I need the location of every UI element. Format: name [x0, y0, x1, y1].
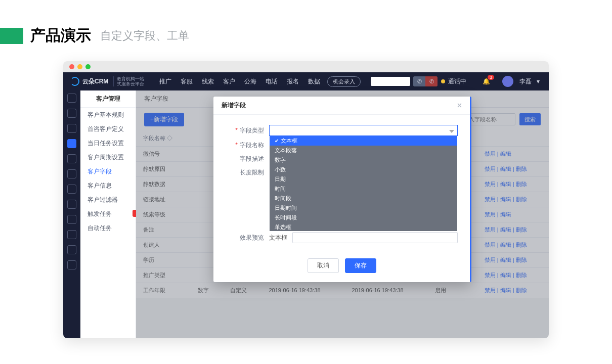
record-button[interactable]: 机会录入 [327, 76, 361, 87]
type-option[interactable]: 数字 [270, 155, 457, 165]
avatar[interactable] [502, 76, 513, 87]
sidebar-item[interactable]: 首咨客户定义 [80, 122, 136, 136]
rail-item-8[interactable] [67, 200, 76, 209]
label-desc: 字段描述 [226, 155, 269, 163]
window-titlebar [63, 61, 549, 72]
preview-type: 文本框 [269, 234, 292, 242]
type-option[interactable]: 日期 [270, 174, 457, 184]
rail-item-customer[interactable] [67, 139, 76, 148]
nav-数据[interactable]: 数据 [308, 77, 320, 86]
cloud-icon [70, 77, 79, 86]
status-dot [441, 79, 445, 83]
close-dot[interactable] [69, 64, 74, 69]
max-dot[interactable] [85, 64, 91, 69]
sidebar-item[interactable]: 客户字段 [80, 164, 136, 178]
top-search[interactable] [371, 77, 410, 86]
type-option[interactable]: 单选框 [270, 222, 457, 231]
save-button[interactable]: 保存 [345, 258, 376, 273]
nav-线索[interactable]: 线索 [202, 77, 214, 86]
rail-item-3[interactable] [67, 124, 76, 133]
modal-title: 新增字段 [222, 101, 246, 110]
type-option[interactable]: 时间段 [270, 194, 457, 203]
user-name: 李磊 [519, 77, 532, 86]
min-dot[interactable] [77, 64, 82, 69]
brand-name: 云朵CRM [82, 77, 108, 86]
sidebar-group: 客户管理 [80, 90, 136, 108]
type-option[interactable]: 文本框 [270, 136, 457, 146]
nav-客户[interactable]: 客户 [223, 77, 235, 86]
call-status: 通话中 [448, 77, 466, 86]
rail-item-1[interactable] [67, 94, 76, 103]
type-option[interactable]: 日期时间 [270, 203, 457, 213]
nav-推广[interactable]: 推广 [159, 77, 171, 86]
modal-overlay: 新增字段 × 字段类型 文本框文本段落数字小数日期时间时间段日期时间长时间段单选… [136, 90, 549, 338]
nav-报名[interactable]: 报名 [287, 77, 299, 86]
rail-item-9[interactable] [67, 215, 76, 224]
label-preview: 效果预览 [226, 234, 269, 242]
sidebar-item[interactable]: 当日任务设置 [80, 136, 136, 150]
sidebar-item[interactable]: 客户过滤器 [80, 193, 136, 207]
label-type: 字段类型 [226, 126, 269, 135]
rail-item-10[interactable] [67, 230, 76, 239]
sidebar-item[interactable]: 客户周期设置 [80, 150, 136, 164]
notif-badge: 3 [488, 75, 494, 80]
type-option[interactable]: 小数 [270, 165, 457, 174]
call-controls: ✆ ✆ [413, 76, 438, 86]
type-option[interactable]: 文本段落 [270, 146, 457, 155]
sidebar-item[interactable]: 触发任务 [80, 207, 136, 221]
app-topbar: 云朵CRM 教育机构一站式服务云平台 推广客服线索客户公海电话报名数据 机会录入… [63, 72, 549, 90]
chevron-down-icon[interactable]: ▾ [537, 78, 540, 85]
preview-input[interactable] [292, 232, 458, 243]
slide-subtitle: 自定义字段、工单 [100, 28, 189, 43]
nav-客服[interactable]: 客服 [181, 77, 193, 86]
label-limit: 长度限制 [226, 168, 269, 177]
type-option[interactable]: 时间 [270, 184, 457, 194]
rail-item-5[interactable] [67, 154, 76, 163]
type-option[interactable]: 长时间段 [270, 213, 457, 222]
close-icon[interactable]: × [457, 101, 462, 110]
rail-item-12[interactable] [67, 260, 76, 269]
nav-电话[interactable]: 电话 [266, 77, 278, 86]
phone-icon[interactable]: ✆ [413, 76, 425, 86]
sidebar-item[interactable]: 客户信息 [80, 178, 136, 193]
main-area: 客户字段 +新增字段 搜索 字段名称 ◇ 微信号禁用 | 编辑静默原因禁用 | … [136, 90, 549, 338]
rail-item-2[interactable] [67, 109, 76, 118]
sidebar-item[interactable]: 自动任务 [80, 221, 136, 235]
type-dropdown[interactable]: 文本框文本段落数字小数日期时间时间段日期时间长时间段单选框复选框下拉菜单级联菜单… [270, 136, 457, 231]
hangup-icon[interactable]: ✆ [425, 76, 438, 86]
brand-tagline: 教育机构一站式服务云平台 [113, 76, 144, 86]
field-type-select[interactable]: 文本框文本段落数字小数日期时间时间段日期时间长时间段单选框复选框下拉菜单级联菜单… [269, 125, 458, 136]
label-name: 字段名称 [226, 141, 269, 150]
rail-item-11[interactable] [67, 245, 76, 254]
sub-sidebar: 客户管理 客户基本规则首咨客户定义当日任务设置客户周期设置客户字段客户信息客户过… [80, 90, 136, 338]
add-field-modal: 新增字段 × 字段类型 文本框文本段落数字小数日期时间时间段日期时间长时间段单选… [213, 97, 471, 282]
rail-item-6[interactable] [67, 169, 76, 178]
brand-logo[interactable]: 云朵CRM 教育机构一站式服务云平台 [63, 76, 151, 86]
app-window: 云朵CRM 教育机构一站式服务云平台 推广客服线索客户公海电话报名数据 机会录入… [63, 61, 549, 338]
icon-rail [63, 90, 80, 338]
slide-title: 产品演示 [30, 25, 91, 46]
nav-公海[interactable]: 公海 [244, 77, 256, 86]
accent-block [0, 28, 23, 44]
sidebar-item[interactable]: 客户基本规则 [80, 108, 136, 122]
cancel-button[interactable]: 取消 [308, 258, 339, 273]
top-nav: 推广客服线索客户公海电话报名数据 [159, 77, 320, 86]
rail-item-7[interactable] [67, 185, 76, 194]
bell-icon[interactable]: 🔔3 [483, 78, 490, 85]
